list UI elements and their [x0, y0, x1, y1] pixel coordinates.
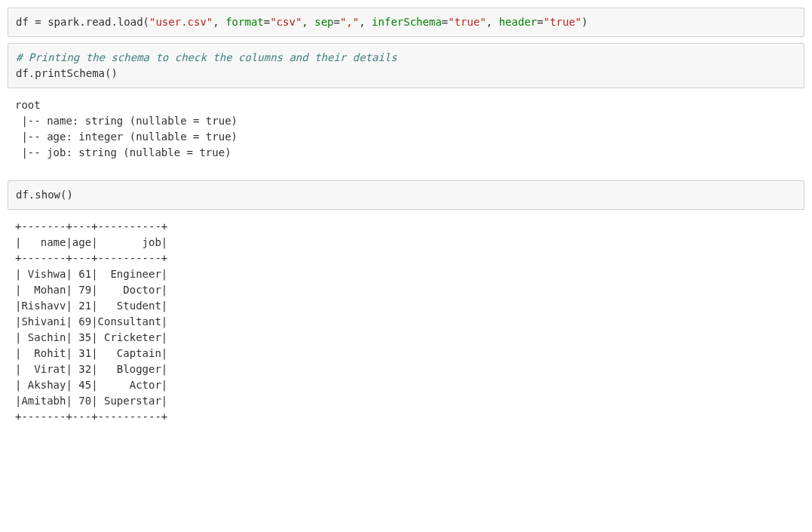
code-keyword: format: [225, 16, 264, 28]
code-token: =: [29, 16, 47, 28]
code-token: ,: [302, 16, 314, 28]
output-schema: root |-- name: string (nullable = true) …: [8, 94, 804, 171]
code-comment: # Printing the schema to check the colum…: [16, 51, 397, 63]
code-string: "user.csv": [149, 16, 213, 28]
code-token: ,: [213, 16, 225, 28]
code-token: =: [264, 16, 270, 28]
code-token: ): [581, 16, 587, 28]
output-table: +-------+---+----------+ | name|age| job…: [8, 216, 804, 435]
code-keyword: header: [499, 16, 538, 28]
code-string: "true": [448, 16, 486, 28]
code-token: =: [537, 16, 543, 28]
code-token: ,: [359, 16, 372, 28]
code-token: =: [442, 16, 448, 28]
code-token: df: [16, 16, 29, 28]
code-token: =: [334, 16, 340, 28]
code-string: ",": [340, 16, 359, 28]
code-cell-2: # Printing the schema to check the colum…: [8, 43, 804, 88]
code-keyword: sep: [314, 16, 333, 28]
code-token: spark.read.load(: [47, 16, 149, 28]
code-statement: df.show(): [16, 189, 73, 201]
code-statement: df.printSchema(): [16, 67, 118, 79]
code-token: ,: [486, 16, 499, 28]
code-cell-1: df = spark.read.load("user.csv", format=…: [8, 8, 804, 37]
code-cell-3: df.show(): [8, 180, 804, 210]
code-string: "true": [544, 16, 582, 28]
code-string: "csv": [270, 16, 302, 28]
code-keyword: inferSchema: [372, 16, 442, 28]
